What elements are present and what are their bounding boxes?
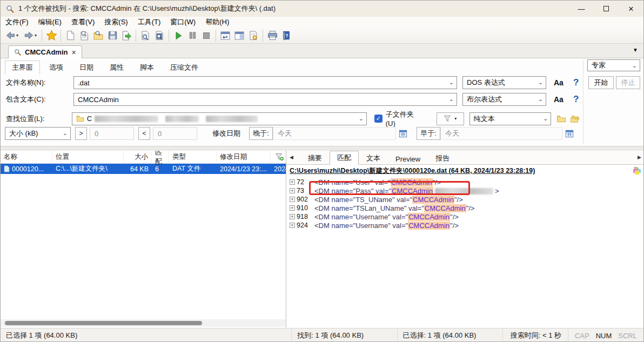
form-divider: [583, 60, 583, 144]
text-mode-value: 纯文本: [474, 114, 495, 124]
after-date-field[interactable]: 今天: [273, 127, 396, 140]
open-search-button[interactable]: [77, 29, 91, 43]
column-modified[interactable]: 修改日期: [217, 151, 271, 163]
menu-edit[interactable]: 编辑(E): [33, 17, 66, 28]
tab-attributes[interactable]: 属性: [103, 61, 131, 75]
tab-report[interactable]: 报告: [428, 151, 457, 165]
menu-help[interactable]: 帮助(H): [200, 17, 234, 28]
before-date-field[interactable]: 今天: [440, 127, 562, 140]
size-select[interactable]: 大小 (kB) ⌄: [5, 127, 71, 140]
expand-icon[interactable]: +: [290, 179, 295, 185]
containing-case-toggle[interactable]: Aa: [554, 95, 564, 104]
containing-input[interactable]: CMCCAdmin ⌄: [73, 93, 457, 106]
mode-select[interactable]: 专家 ⌄: [587, 59, 640, 71]
filename-case-toggle[interactable]: Aa: [554, 78, 564, 87]
stop-search-button[interactable]: [199, 29, 213, 43]
search-tab[interactable]: CMCCAdmin ×: [8, 45, 82, 58]
tab-list-dropdown-icon[interactable]: ▼: [633, 47, 638, 53]
layout-tabs-button[interactable]: [218, 29, 232, 43]
report-options-button[interactable]: [246, 29, 260, 43]
minimize-button[interactable]: —: [569, 1, 594, 17]
expand-icon[interactable]: +: [290, 197, 295, 202]
menu-search[interactable]: 搜索(S): [99, 17, 132, 28]
play-icon: [173, 31, 183, 41]
tab-main[interactable]: 主界面: [5, 61, 40, 75]
chevron-down-icon: ⌄: [449, 96, 454, 103]
containing-help-icon[interactable]: ?: [573, 94, 579, 105]
menu-view[interactable]: 查看(V): [66, 17, 99, 28]
pause-search-button[interactable]: [185, 29, 199, 43]
tab-archives[interactable]: 压缩文件: [163, 61, 205, 75]
lookin-input[interactable]: C ⌄: [72, 112, 367, 125]
menu-tools[interactable]: 工具(T): [133, 17, 166, 28]
after-button[interactable]: 晚于:: [249, 127, 273, 140]
forward-button[interactable]: ▾: [21, 29, 39, 43]
recent-folders-button[interactable]: [568, 112, 582, 126]
tab-options[interactable]: 选项: [42, 61, 70, 75]
tab-matches[interactable]: 匹配: [330, 151, 359, 165]
tab-text[interactable]: 文本: [359, 151, 388, 165]
column-filter-icon[interactable]: [275, 153, 284, 163]
filename-help-icon[interactable]: ?: [573, 77, 579, 88]
filename-expression-select[interactable]: DOS 表达式 ⌄: [462, 76, 546, 89]
subfolders-checkbox[interactable]: ✓: [374, 115, 383, 123]
match-line: +918 <DM name="Username" val="CMCCAdmin"…: [290, 212, 641, 221]
column-size[interactable]: 大小: [124, 151, 152, 163]
size-lt-button[interactable]: <: [138, 127, 150, 140]
tab-scroll-right-icon[interactable]: ▶: [638, 155, 641, 160]
column-name[interactable]: 名称: [1, 151, 52, 163]
match-highlight: CMCCAdmin: [408, 213, 450, 221]
before-button[interactable]: 早于:: [417, 127, 440, 140]
expand-icon[interactable]: +: [290, 223, 295, 228]
layout-split-button[interactable]: [232, 29, 246, 43]
filename-input[interactable]: .dat ⌄: [73, 76, 457, 89]
help-button[interactable]: ?: [279, 29, 293, 43]
result-row-selected[interactable]: 0000120... C:\...\新建文件夹\ 64 KB 6 DAT 文件 …: [1, 164, 286, 174]
containing-expression-select[interactable]: 布尔表达式 ⌄: [462, 93, 546, 106]
open-folder-button[interactable]: [91, 29, 105, 43]
matched-file-header[interactable]: C:\Users\muzhi\Desktop\新建文件夹\0000120e.da…: [290, 166, 641, 176]
save-button[interactable]: [105, 29, 119, 43]
new-search-button[interactable]: [63, 29, 77, 43]
column-location[interactable]: 位置: [52, 151, 124, 163]
column-type[interactable]: 类型: [169, 151, 217, 163]
expand-icon[interactable]: +: [290, 188, 295, 193]
menu-window[interactable]: 窗口(W): [165, 17, 200, 28]
stop-button[interactable]: 停止: [616, 76, 640, 89]
tab-scroll-left-icon[interactable]: ◀: [290, 155, 293, 160]
filter-button[interactable]: ▾: [437, 112, 464, 125]
horizontal-scrollbar[interactable]: [1, 319, 286, 327]
new-document-icon: [65, 30, 76, 41]
column-matches[interactable]: 匹配: [152, 151, 169, 163]
tab-preview[interactable]: Preview: [388, 153, 428, 165]
match-lines: +72 <DM name="User" val="CMCCAdmin"/> +7…: [290, 178, 641, 230]
maximize-button[interactable]: [594, 1, 619, 17]
expand-icon[interactable]: +: [290, 205, 295, 211]
text-mode-select[interactable]: 纯文本 ⌄: [469, 112, 552, 125]
layout-split-icon: [234, 30, 245, 41]
export-button[interactable]: [119, 29, 133, 43]
start-search-button[interactable]: [171, 29, 185, 43]
highlight-colors-icon[interactable]: [633, 166, 641, 177]
tab-close-icon[interactable]: ×: [71, 50, 76, 55]
before-calendar-button[interactable]: [562, 126, 576, 140]
view-report-alt-button[interactable]: [152, 29, 166, 43]
size-max-field[interactable]: 0: [153, 127, 197, 140]
favorites-button[interactable]: [44, 29, 58, 43]
browse-folder-button[interactable]: [554, 112, 568, 126]
menu-file[interactable]: 文件(F): [1, 17, 33, 28]
tab-summary[interactable]: 摘要: [300, 151, 330, 165]
view-report-button[interactable]: [138, 29, 152, 43]
tab-dates[interactable]: 日期: [72, 61, 100, 75]
print-button[interactable]: [265, 29, 279, 43]
size-gt-button[interactable]: >: [75, 127, 87, 140]
close-button[interactable]: ✕: [619, 1, 643, 17]
tab-scripting[interactable]: 脚本: [133, 61, 161, 75]
back-button[interactable]: ▾: [3, 29, 21, 43]
toolbar-separator: [136, 30, 136, 42]
expand-icon[interactable]: +: [290, 214, 295, 219]
scrollbar-thumb[interactable]: [5, 321, 202, 325]
after-calendar-button[interactable]: [396, 126, 410, 140]
size-min-field[interactable]: 0: [90, 127, 134, 140]
start-button[interactable]: 开始: [588, 76, 614, 89]
